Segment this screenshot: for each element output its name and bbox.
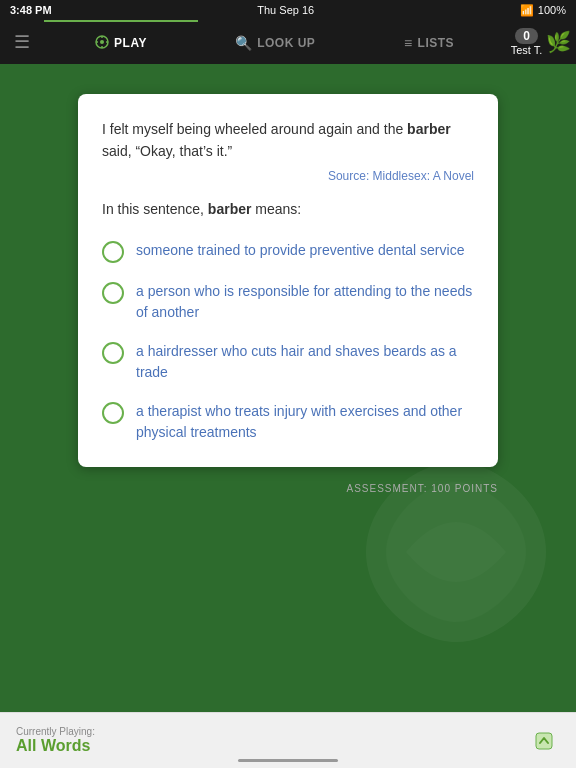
lists-tab-icon: ≡ bbox=[404, 35, 413, 51]
main-content: I felt myself being wheeled around again… bbox=[0, 64, 576, 712]
user-name: Test T. bbox=[511, 44, 543, 56]
radio-b[interactable] bbox=[102, 282, 124, 304]
prompt-bold-word: barber bbox=[208, 201, 252, 217]
answer-text-a: someone trained to provide preventive de… bbox=[136, 240, 474, 261]
nav-tabs: PLAY 🔍 LOOK UP ≡ LISTS bbox=[44, 20, 506, 64]
answer-text-b: a person who is responsible for attendin… bbox=[136, 281, 474, 323]
currently-playing-section: Currently Playing: All Words bbox=[16, 726, 95, 755]
background-decoration bbox=[356, 452, 556, 652]
radio-d[interactable] bbox=[102, 402, 124, 424]
svg-point-1 bbox=[100, 40, 104, 44]
prompt-start: In this sentence, bbox=[102, 201, 204, 217]
source-link[interactable]: Source: Middlesex: A Novel bbox=[102, 169, 474, 183]
hamburger-menu-button[interactable]: ☰ bbox=[0, 20, 44, 64]
tab-play-label: PLAY bbox=[114, 36, 147, 50]
context-bold-word: barber bbox=[407, 121, 451, 137]
answer-text-c: a hairdresser who cuts hair and shaves b… bbox=[136, 341, 474, 383]
tab-lists[interactable]: ≡ LISTS bbox=[352, 20, 506, 64]
user-score: 0 bbox=[515, 28, 538, 44]
home-indicator bbox=[238, 759, 338, 762]
bottom-bar: Currently Playing: All Words bbox=[0, 712, 576, 768]
answer-option-d[interactable]: a therapist who treats injury with exerc… bbox=[102, 401, 474, 443]
wifi-icon: 📶 bbox=[520, 4, 534, 17]
status-time: 3:48 PM bbox=[10, 4, 52, 16]
tab-lookup-label: LOOK UP bbox=[257, 36, 315, 50]
status-indicators: 📶 100% bbox=[520, 4, 566, 17]
leaf-icon: 🌿 bbox=[546, 30, 571, 54]
radio-c[interactable] bbox=[102, 342, 124, 364]
answer-option-a[interactable]: someone trained to provide preventive de… bbox=[102, 240, 474, 263]
currently-playing-label: Currently Playing: bbox=[16, 726, 95, 737]
prompt-end: means: bbox=[255, 201, 301, 217]
nav-bar: ☰ PLAY 🔍 LOOK UP ≡ LISTS bbox=[0, 20, 576, 64]
status-bar: 3:48 PM Thu Sep 16 📶 100% bbox=[0, 0, 576, 20]
status-date: Thu Sep 16 bbox=[52, 4, 520, 16]
question-card: I felt myself being wheeled around again… bbox=[78, 94, 498, 467]
play-tab-icon bbox=[95, 35, 109, 52]
battery-icon: 100% bbox=[538, 4, 566, 16]
answer-option-b[interactable]: a person who is responsible for attendin… bbox=[102, 281, 474, 323]
context-text-after: said, “Okay, that’s it.” bbox=[102, 143, 232, 159]
user-score-area: 0 Test T. 🌿 bbox=[506, 20, 576, 64]
svg-rect-6 bbox=[536, 733, 552, 749]
radio-a[interactable] bbox=[102, 241, 124, 263]
context-sentence: I felt myself being wheeled around again… bbox=[102, 118, 474, 163]
tab-play[interactable]: PLAY bbox=[44, 20, 198, 64]
playlist-name: All Words bbox=[16, 737, 95, 755]
answer-options: someone trained to provide preventive de… bbox=[102, 240, 474, 443]
expand-button[interactable] bbox=[528, 725, 560, 757]
hamburger-icon: ☰ bbox=[14, 31, 30, 53]
context-text-before: I felt myself being wheeled around again… bbox=[102, 121, 403, 137]
tab-lookup[interactable]: 🔍 LOOK UP bbox=[198, 20, 352, 64]
answer-option-c[interactable]: a hairdresser who cuts hair and shaves b… bbox=[102, 341, 474, 383]
tab-lists-label: LISTS bbox=[418, 36, 455, 50]
answer-text-d: a therapist who treats injury with exerc… bbox=[136, 401, 474, 443]
lookup-tab-icon: 🔍 bbox=[235, 35, 253, 51]
question-prompt: In this sentence, barber means: bbox=[102, 199, 474, 220]
